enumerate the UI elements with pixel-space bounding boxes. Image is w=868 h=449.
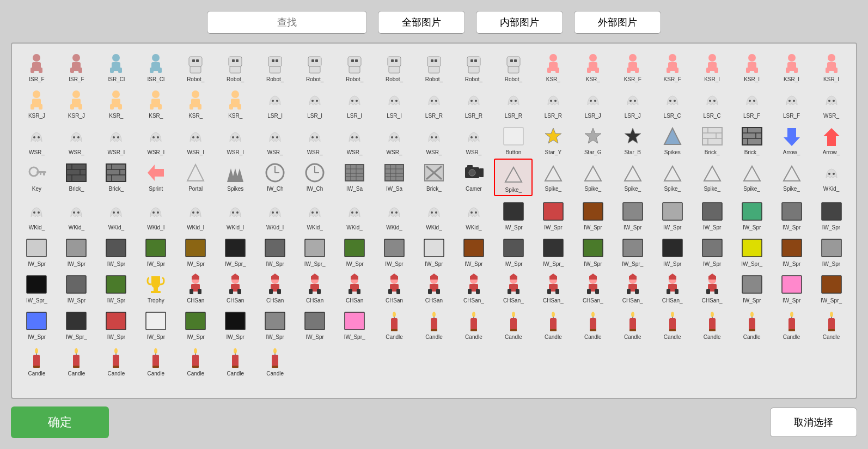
icon-cell[interactable]: CHSan_ xyxy=(573,270,612,306)
all-images-button[interactable]: 全部图片 xyxy=(378,11,465,34)
icon-cell[interactable]: CHSan_ xyxy=(653,270,692,306)
icon-cell[interactable]: WSR_I xyxy=(216,122,255,157)
icon-cell[interactable]: WKid_ xyxy=(375,197,414,233)
icon-cell[interactable]: IW_Spr xyxy=(97,307,136,342)
icon-cell[interactable]: Robot_ xyxy=(494,49,533,84)
icon-cell[interactable]: Spike_ xyxy=(573,159,612,196)
icon-cell[interactable]: Spike_ xyxy=(534,159,572,196)
icon-cell[interactable]: Candle xyxy=(573,307,612,342)
icon-cell[interactable]: Brick_ xyxy=(97,159,136,196)
icon-cell[interactable]: IW_Spr xyxy=(296,307,334,342)
icon-cell[interactable]: ISR_F xyxy=(57,49,96,84)
icon-cell[interactable]: Candle xyxy=(454,307,493,342)
icon-cell[interactable]: CHSan xyxy=(335,270,374,306)
icon-cell[interactable]: CHSan xyxy=(256,270,295,306)
icon-cell[interactable]: IW_Spr_ xyxy=(57,307,96,342)
icon-cell[interactable]: IW_Spr xyxy=(732,197,771,233)
icon-cell[interactable]: Candle xyxy=(653,307,692,342)
icon-cell[interactable]: IW_Spr xyxy=(732,270,771,306)
icon-cell[interactable]: KSR_I xyxy=(772,49,811,84)
icon-cell[interactable]: IW_Spr xyxy=(335,234,374,269)
icon-cell[interactable]: Portal xyxy=(176,159,215,196)
icon-cell[interactable]: Brick_ xyxy=(57,159,96,196)
icon-cell[interactable]: IW_Spr xyxy=(772,197,811,233)
icon-cell[interactable]: LSR_C xyxy=(693,86,731,121)
icon-cell[interactable]: Spike_ xyxy=(693,159,731,196)
icon-cell[interactable]: IW_Spr xyxy=(494,197,533,233)
icon-cell[interactable]: Candle xyxy=(176,343,215,379)
icon-cell[interactable]: Brick_ xyxy=(693,122,731,157)
icon-cell[interactable]: Spike_ xyxy=(772,159,811,196)
icon-cell[interactable]: ISR_Cl xyxy=(97,49,136,84)
icon-cell[interactable]: Candle xyxy=(772,307,811,342)
icon-cell[interactable]: WKid_ xyxy=(17,197,56,233)
icon-cell[interactable]: Spikes xyxy=(216,159,255,196)
icon-cell[interactable]: WSR_ xyxy=(57,122,96,157)
icon-cell[interactable]: WKid_I xyxy=(216,197,255,233)
icon-cell[interactable]: IW_Spr xyxy=(693,234,731,269)
icon-cell[interactable]: IW_Spr xyxy=(17,234,56,269)
icon-cell[interactable]: Candle xyxy=(732,307,771,342)
icon-cell[interactable]: Candle xyxy=(812,307,851,342)
icon-cell[interactable]: IW_Spr xyxy=(573,197,612,233)
icon-cell[interactable]: IW_Spr xyxy=(534,197,572,233)
search-input[interactable] xyxy=(207,11,367,34)
icon-cell[interactable]: LSR_C xyxy=(653,86,692,121)
icon-cell[interactable]: Candle xyxy=(137,343,175,379)
icon-cell[interactable]: Spikes xyxy=(653,122,692,157)
icon-cell[interactable]: IW_Spr xyxy=(653,197,692,233)
icon-cell[interactable]: IW_Spr xyxy=(256,234,295,269)
icon-cell[interactable]: IW_Spr xyxy=(415,234,454,269)
icon-cell[interactable]: IW_Spr xyxy=(653,234,692,269)
icon-cell[interactable]: ISR_Cl xyxy=(137,49,175,84)
icon-cell[interactable]: Robot_ xyxy=(454,49,493,84)
icon-cell[interactable]: LSR_J xyxy=(613,86,652,121)
icon-cell[interactable]: Candle xyxy=(17,343,56,379)
icon-cell[interactable]: CHSan xyxy=(216,270,255,306)
icon-cell[interactable]: Candle xyxy=(494,307,533,342)
icon-cell[interactable]: WSR_ xyxy=(335,122,374,157)
icon-cell[interactable]: LSR_R xyxy=(454,86,493,121)
icon-cell[interactable]: WSR_ xyxy=(415,122,454,157)
icon-cell[interactable]: IW_Spr_ xyxy=(613,234,652,269)
icon-cell[interactable]: CHSan_ xyxy=(534,270,572,306)
icon-cell[interactable]: IW_Sa xyxy=(375,159,414,196)
icon-cell[interactable]: Candle xyxy=(693,307,731,342)
icon-cell[interactable]: KSR_ xyxy=(534,49,572,84)
confirm-button[interactable]: 确定 xyxy=(11,406,109,438)
icon-cell[interactable]: IW_Spr xyxy=(176,307,215,342)
icon-cell[interactable]: Robot_ xyxy=(415,49,454,84)
icon-cell[interactable]: IW_Ch xyxy=(296,159,334,196)
icon-cell[interactable]: IW_Spr xyxy=(57,270,96,306)
icon-cell[interactable]: IW_Spr_ xyxy=(732,234,771,269)
icon-cell[interactable]: WKid_I xyxy=(256,197,295,233)
icon-cell[interactable]: IW_Spr xyxy=(176,234,215,269)
external-images-button[interactable]: 外部图片 xyxy=(574,11,661,34)
icon-cell[interactable]: KSR_F xyxy=(613,49,652,84)
icon-cell[interactable]: Brick_ xyxy=(732,122,771,157)
icon-cell[interactable]: CHSan_ xyxy=(494,270,533,306)
icon-cell[interactable]: Star_B xyxy=(613,122,652,157)
icon-cell[interactable]: Spike_ xyxy=(732,159,771,196)
icon-cell[interactable]: WKid_ xyxy=(57,197,96,233)
icon-cell[interactable]: IW_Spr xyxy=(454,234,493,269)
icon-cell[interactable]: Spike_ xyxy=(653,159,692,196)
icon-cell[interactable]: IW_Spr_ xyxy=(335,307,374,342)
icon-cell[interactable]: IW_Spr xyxy=(57,234,96,269)
icon-cell[interactable]: ISR_F xyxy=(17,49,56,84)
icon-cell[interactable]: IW_Spr_ xyxy=(17,270,56,306)
icon-cell[interactable]: Brick_ xyxy=(415,159,454,196)
icon-cell[interactable]: Robot_ xyxy=(216,49,255,84)
icon-cell[interactable]: LSR_R xyxy=(415,86,454,121)
icon-cell[interactable]: Candle xyxy=(57,343,96,379)
icon-cell[interactable]: KSR_ xyxy=(216,86,255,121)
icon-cell[interactable]: KSR_J xyxy=(57,86,96,121)
icon-cell[interactable]: WSR_ xyxy=(454,122,493,157)
cancel-button[interactable]: 取消选择 xyxy=(770,408,857,437)
icon-cell[interactable]: Robot_ xyxy=(296,49,334,84)
icon-cell[interactable]: LSR_J xyxy=(573,86,612,121)
icon-cell[interactable]: LSR_I xyxy=(296,86,334,121)
icon-cell[interactable]: CHSan xyxy=(176,270,215,306)
icon-cell[interactable]: KSR_I xyxy=(693,49,731,84)
icon-cell[interactable]: KSR_I xyxy=(812,49,851,84)
